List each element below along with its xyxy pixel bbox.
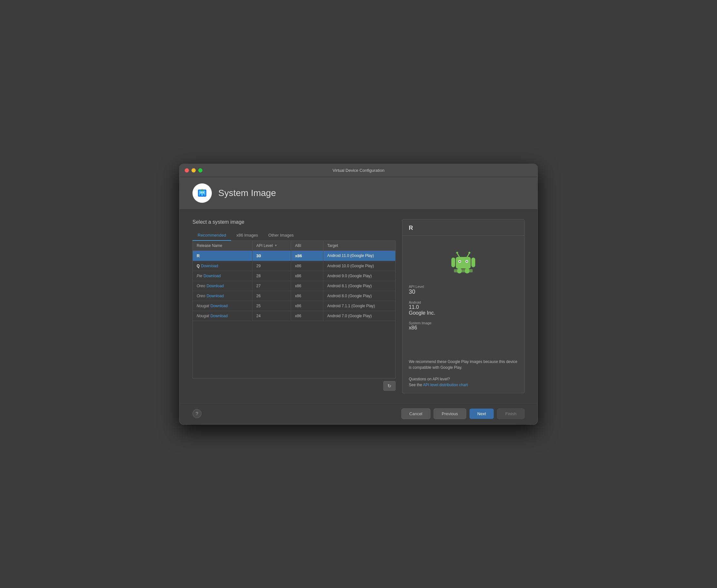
cell-abi: x86 — [291, 261, 323, 271]
cell-abi: x86 — [291, 251, 323, 261]
cell-api-level: 25 — [252, 301, 291, 311]
android-studio-logo — [195, 186, 209, 200]
svg-rect-20 — [457, 268, 462, 273]
table-row[interactable]: Oreo Download 26 x86 Android 8.0 (Google… — [193, 291, 395, 301]
svg-rect-5 — [203, 194, 204, 196]
table-row[interactable]: Nougat Download 25 x86 Android 7.1.1 (Go… — [193, 301, 395, 311]
app-icon — [192, 184, 212, 203]
cell-target: Android 9.0 (Google Play) — [323, 271, 395, 281]
svg-rect-17 — [454, 269, 472, 272]
api-level-label: API Level 30 — [409, 281, 518, 295]
table-row[interactable]: R 30 x86 Android 11.0 (Google Play) — [193, 251, 395, 261]
table-row[interactable]: Nougat Download 24 x86 Android 7.0 (Goog… — [193, 311, 395, 321]
tab-x86[interactable]: x86 Images — [231, 230, 263, 241]
system-image-table: Release Name API Level ▼ ABI Target R — [192, 241, 396, 378]
right-panel: R — [402, 219, 525, 393]
svg-point-6 — [201, 192, 202, 193]
svg-rect-4 — [200, 194, 201, 196]
cell-target: Android 8.0 (Google Play) — [323, 291, 395, 301]
previous-button[interactable]: Previous — [434, 408, 466, 419]
svg-point-11 — [459, 261, 460, 262]
left-panel: Select a system image Recommended x86 Im… — [192, 219, 396, 393]
maximize-button[interactable] — [198, 168, 203, 172]
table-row[interactable]: Oreo Download 27 x86 Android 8.1 (Google… — [193, 281, 395, 291]
refresh-button[interactable]: ↻ — [383, 381, 396, 391]
cell-target: Android 7.0 (Google Play) — [323, 311, 395, 321]
cell-release-name: Oreo Download — [193, 291, 252, 301]
android-robot-container — [409, 241, 518, 279]
cell-release-name: Nougat Download — [193, 311, 252, 321]
finish-button: Finish — [497, 408, 525, 419]
cell-release-name: R — [193, 251, 252, 261]
close-button[interactable] — [185, 168, 189, 172]
svg-point-16 — [468, 252, 470, 254]
cell-target: Android 11.0 (Google Play) — [323, 251, 395, 261]
cell-api-level: 30 — [252, 251, 291, 261]
download-link[interactable]: Download — [201, 264, 218, 268]
minimize-button[interactable] — [191, 168, 196, 172]
col-target: Target — [323, 241, 395, 251]
info-release-name: R — [409, 225, 413, 231]
cell-release-name: Q Download — [193, 261, 252, 271]
help-button[interactable]: ? — [192, 409, 202, 418]
system-image-section: System Image x86 — [409, 317, 518, 331]
cell-api-level: 26 — [252, 291, 291, 301]
android-version-section: Android 11.0 Google Inc. — [409, 297, 518, 316]
api-level-link[interactable]: API level distribution chart — [423, 383, 468, 387]
footer: ? Cancel Previous Next Finish — [180, 403, 537, 424]
cell-abi: x86 — [291, 311, 323, 321]
svg-point-7 — [203, 192, 204, 193]
table-row[interactable]: Pie Download 28 x86 Android 9.0 (Google … — [193, 271, 395, 281]
refresh-bar: ↻ — [192, 378, 396, 393]
main-window: Virtual Device Configuration System Imag… — [179, 164, 538, 424]
svg-rect-8 — [456, 257, 471, 269]
cell-api-level: 27 — [252, 281, 291, 291]
info-body: API Level 30 Android 11.0 Google Inc. Sy… — [402, 236, 524, 359]
cell-api-level: 29 — [252, 261, 291, 271]
sort-arrow-icon: ▼ — [274, 244, 277, 247]
table-header: Release Name API Level ▼ ABI Target — [193, 241, 395, 251]
cell-release-name: Oreo Download — [193, 281, 252, 291]
download-link[interactable]: Download — [207, 284, 224, 288]
svg-point-15 — [456, 252, 458, 254]
col-release-name: Release Name — [193, 241, 252, 251]
android-robot-icon — [449, 247, 478, 276]
traffic-lights — [185, 168, 203, 172]
next-button[interactable]: Next — [469, 408, 494, 419]
cell-abi: x86 — [291, 281, 323, 291]
col-api-level[interactable]: API Level ▼ — [252, 241, 291, 251]
cell-api-level: 24 — [252, 311, 291, 321]
tab-recommended[interactable]: Recommended — [192, 230, 231, 241]
tabs-container: Recommended x86 Images Other Images — [192, 230, 396, 241]
download-link[interactable]: Download — [211, 314, 228, 318]
window-title: Virtual Device Configuration — [333, 168, 385, 173]
col-abi: ABI — [291, 241, 323, 251]
recommend-text: We recommend these Google Play images be… — [402, 359, 524, 393]
tab-other[interactable]: Other Images — [263, 230, 299, 241]
download-link[interactable]: Download — [211, 304, 228, 308]
page-title: System Image — [218, 188, 276, 198]
cell-abi: x86 — [291, 301, 323, 311]
cancel-button[interactable]: Cancel — [401, 408, 430, 419]
header: System Image — [180, 177, 537, 210]
svg-rect-18 — [451, 257, 455, 267]
cell-abi: x86 — [291, 291, 323, 301]
svg-point-12 — [466, 261, 467, 262]
svg-rect-21 — [465, 268, 469, 273]
download-link[interactable]: Download — [204, 274, 220, 278]
footer-buttons: Cancel Previous Next Finish — [401, 408, 525, 419]
info-box: R — [402, 219, 525, 393]
table-row[interactable]: Q Download 29 x86 Android 10.0 (Google P… — [193, 261, 395, 271]
section-title: Select a system image — [192, 219, 396, 225]
cell-target: Android 10.0 (Google Play) — [323, 261, 395, 271]
download-link[interactable]: Download — [207, 294, 224, 298]
cell-api-level: 28 — [252, 271, 291, 281]
cell-target: Android 8.1 (Google Play) — [323, 281, 395, 291]
title-bar: Virtual Device Configuration — [180, 164, 537, 177]
info-header: R — [402, 219, 524, 236]
cell-abi: x86 — [291, 271, 323, 281]
svg-rect-19 — [471, 257, 475, 267]
cell-release-name: Nougat Download — [193, 301, 252, 311]
cell-target: Android 7.1.1 (Google Play) — [323, 301, 395, 311]
main-content: Select a system image Recommended x86 Im… — [180, 210, 537, 403]
